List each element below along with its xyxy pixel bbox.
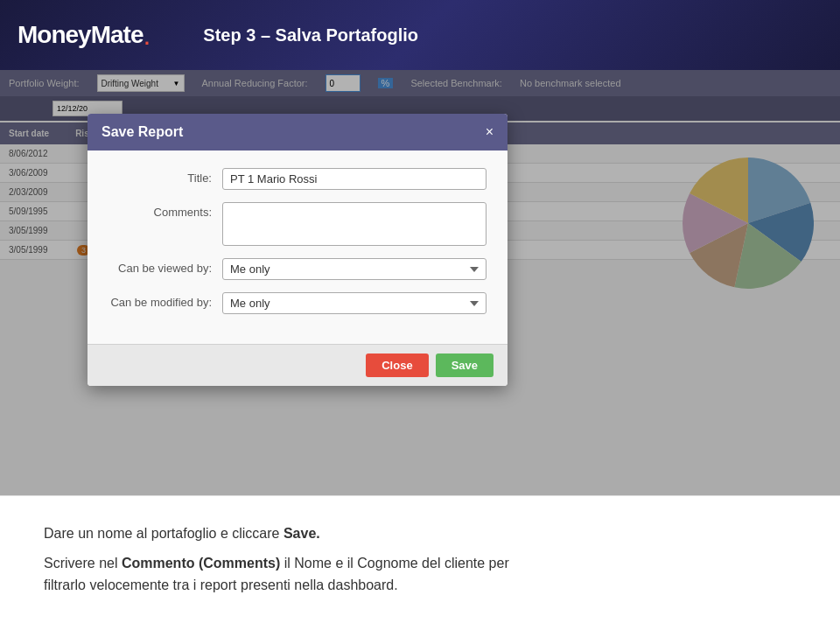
bottom-line2-suffix: filtrarlo velocemente tra i report prese… — [44, 578, 398, 592]
modal-close-button[interactable]: × — [486, 125, 494, 139]
save-report-modal: Save Report × Title: Comments: — [88, 114, 508, 386]
comments-row: Comments: — [108, 202, 486, 246]
viewed-select[interactable]: Me only Everyone — [222, 258, 486, 280]
comments-textarea[interactable] — [222, 202, 486, 246]
close-button[interactable]: Close — [366, 354, 428, 377]
step-title: Step 3 – Salva Portafoglio — [177, 25, 418, 46]
modal-header: Save Report × — [88, 114, 508, 150]
bottom-line1: Dare un nome al portafoglio e cliccare S… — [44, 522, 796, 545]
bottom-line2-prefix: Scrivere nel — [44, 556, 122, 570]
page: MoneyMate. Step 3 – Salva Portafoglio Po… — [0, 0, 840, 630]
modified-select[interactable]: Me only Everyone — [222, 292, 486, 314]
viewed-row: Can be viewed by: Me only Everyone — [108, 258, 486, 280]
bottom-line2: Scrivere nel Commento (Comments) il Nome… — [44, 552, 796, 597]
modified-row: Can be modified by: Me only Everyone — [108, 292, 486, 314]
viewed-label: Can be viewed by: — [108, 258, 222, 275]
comments-label: Comments: — [108, 202, 222, 219]
bottom-text-area: Dare un nome al portafoglio e cliccare S… — [0, 495, 840, 630]
modified-label: Can be modified by: — [108, 292, 222, 309]
logo-text: MoneyMate — [18, 21, 143, 49]
title-input[interactable] — [222, 168, 486, 190]
header: MoneyMate. Step 3 – Salva Portafoglio — [0, 0, 840, 70]
logo-area: MoneyMate. — [18, 19, 150, 52]
logo-dot: . — [143, 19, 150, 52]
modal-overlay: Save Report × Title: Comments: — [0, 70, 840, 495]
bottom-line2-middle: il Nome e il Cognome del cliente per — [280, 556, 508, 570]
bottom-line2-bold1: Commento (Comments) — [122, 556, 280, 570]
title-label: Title: — [108, 168, 222, 185]
bottom-line1-text: Dare un nome al portafoglio e cliccare — [44, 526, 284, 541]
content-area: Portfolio Weight: Drifting Weight Annual… — [0, 70, 840, 630]
bottom-line1-bold: Save. — [284, 526, 320, 541]
modal-title: Save Report — [102, 124, 183, 140]
modal-body: Title: Comments: Can be viewed by: — [88, 150, 508, 344]
save-button[interactable]: Save — [436, 354, 494, 377]
modal-footer: Close Save — [88, 344, 508, 386]
screenshot-area: Portfolio Weight: Drifting Weight Annual… — [0, 70, 840, 495]
title-row: Title: — [108, 168, 486, 190]
